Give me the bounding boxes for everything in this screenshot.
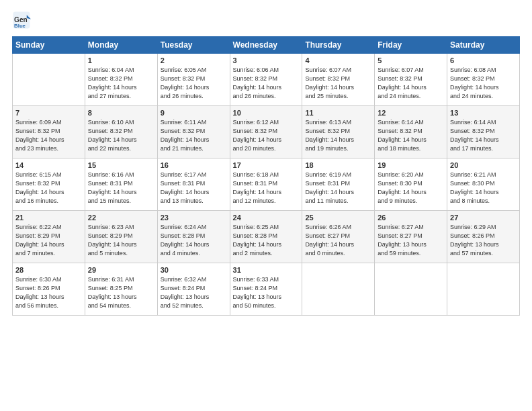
day-info: Sunrise: 6:10 AM Sunset: 8:32 PM Dayligh…: [88, 118, 154, 153]
day-cell: 7Sunrise: 6:09 AM Sunset: 8:32 PM Daylig…: [13, 106, 85, 158]
day-number: 19: [378, 161, 444, 169]
day-info: Sunrise: 6:18 AM Sunset: 8:31 PM Dayligh…: [233, 171, 300, 205]
day-cell: 6Sunrise: 6:08 AM Sunset: 8:32 PM Daylig…: [447, 54, 520, 106]
day-info: Sunrise: 6:11 AM Sunset: 8:32 PM Dayligh…: [161, 118, 227, 153]
day-info: Sunrise: 6:05 AM Sunset: 8:32 PM Dayligh…: [161, 66, 227, 101]
day-info: Sunrise: 6:20 AM Sunset: 8:30 PM Dayligh…: [378, 171, 444, 205]
week-row-4: 21Sunrise: 6:22 AM Sunset: 8:29 PM Dayli…: [13, 211, 520, 263]
day-number: 20: [450, 161, 517, 169]
day-number: 26: [378, 214, 444, 222]
logo: Gen Blue: [12, 11, 34, 30]
day-info: Sunrise: 6:08 AM Sunset: 8:32 PM Dayligh…: [450, 66, 517, 101]
day-number: 27: [450, 214, 517, 222]
day-number: 13: [450, 109, 517, 117]
day-cell: 23Sunrise: 6:24 AM Sunset: 8:28 PM Dayli…: [157, 211, 230, 263]
day-cell: [302, 263, 375, 316]
calendar-table: SundayMondayTuesdayWednesdayThursdayFrid…: [12, 36, 520, 316]
day-cell: [13, 54, 85, 106]
day-cell: [447, 263, 520, 316]
day-info: Sunrise: 6:14 AM Sunset: 8:32 PM Dayligh…: [450, 118, 517, 153]
day-info: Sunrise: 6:19 AM Sunset: 8:31 PM Dayligh…: [305, 171, 371, 205]
day-info: Sunrise: 6:24 AM Sunset: 8:28 PM Dayligh…: [161, 223, 227, 258]
day-number: 14: [15, 161, 82, 169]
col-header-wednesday: Wednesday: [230, 37, 302, 54]
col-header-saturday: Saturday: [447, 37, 520, 54]
day-cell: 15Sunrise: 6:16 AM Sunset: 8:31 PM Dayli…: [85, 158, 157, 211]
day-number: 11: [305, 109, 371, 117]
day-number: 30: [161, 266, 227, 274]
day-number: 1: [88, 56, 154, 64]
day-info: Sunrise: 6:17 AM Sunset: 8:31 PM Dayligh…: [161, 171, 227, 205]
day-info: Sunrise: 6:04 AM Sunset: 8:32 PM Dayligh…: [88, 66, 154, 101]
day-info: Sunrise: 6:21 AM Sunset: 8:30 PM Dayligh…: [450, 171, 517, 205]
day-cell: 29Sunrise: 6:31 AM Sunset: 8:25 PM Dayli…: [85, 263, 157, 316]
day-number: 4: [305, 56, 371, 64]
day-info: Sunrise: 6:09 AM Sunset: 8:32 PM Dayligh…: [15, 118, 82, 153]
week-row-2: 7Sunrise: 6:09 AM Sunset: 8:32 PM Daylig…: [13, 106, 520, 158]
day-cell: 14Sunrise: 6:15 AM Sunset: 8:32 PM Dayli…: [13, 158, 85, 211]
day-number: 17: [233, 161, 300, 169]
day-number: 9: [161, 109, 227, 117]
col-header-sunday: Sunday: [13, 37, 85, 54]
day-info: Sunrise: 6:26 AM Sunset: 8:27 PM Dayligh…: [305, 223, 371, 258]
day-number: 23: [161, 214, 227, 222]
day-cell: 3Sunrise: 6:06 AM Sunset: 8:32 PM Daylig…: [230, 54, 302, 106]
day-number: 21: [15, 214, 82, 222]
week-row-5: 28Sunrise: 6:30 AM Sunset: 8:26 PM Dayli…: [13, 263, 520, 316]
day-number: 24: [233, 214, 300, 222]
day-number: 2: [161, 56, 227, 64]
day-info: Sunrise: 6:07 AM Sunset: 8:32 PM Dayligh…: [305, 66, 371, 101]
day-info: Sunrise: 6:22 AM Sunset: 8:29 PM Dayligh…: [15, 223, 82, 258]
day-cell: 20Sunrise: 6:21 AM Sunset: 8:30 PM Dayli…: [447, 158, 520, 211]
day-cell: 21Sunrise: 6:22 AM Sunset: 8:29 PM Dayli…: [13, 211, 85, 263]
day-number: 5: [378, 56, 444, 64]
day-cell: 16Sunrise: 6:17 AM Sunset: 8:31 PM Dayli…: [157, 158, 230, 211]
day-info: Sunrise: 6:31 AM Sunset: 8:25 PM Dayligh…: [88, 275, 154, 310]
day-number: 6: [450, 56, 517, 64]
day-cell: 9Sunrise: 6:11 AM Sunset: 8:32 PM Daylig…: [157, 106, 230, 158]
day-number: 10: [233, 109, 300, 117]
day-info: Sunrise: 6:15 AM Sunset: 8:32 PM Dayligh…: [15, 171, 82, 205]
day-cell: 26Sunrise: 6:27 AM Sunset: 8:27 PM Dayli…: [375, 211, 447, 263]
day-cell: 8Sunrise: 6:10 AM Sunset: 8:32 PM Daylig…: [85, 106, 157, 158]
day-number: 7: [15, 109, 82, 117]
day-number: 16: [161, 161, 227, 169]
day-cell: 17Sunrise: 6:18 AM Sunset: 8:31 PM Dayli…: [230, 158, 302, 211]
day-number: 15: [88, 161, 154, 169]
day-cell: 11Sunrise: 6:13 AM Sunset: 8:32 PM Dayli…: [302, 106, 375, 158]
header: Gen Blue: [12, 11, 520, 30]
col-header-monday: Monday: [85, 37, 157, 54]
day-info: Sunrise: 6:27 AM Sunset: 8:27 PM Dayligh…: [378, 223, 444, 258]
logo-icon: Gen Blue: [12, 11, 31, 30]
day-cell: 27Sunrise: 6:29 AM Sunset: 8:26 PM Dayli…: [447, 211, 520, 263]
day-number: 22: [88, 214, 154, 222]
day-cell: 18Sunrise: 6:19 AM Sunset: 8:31 PM Dayli…: [302, 158, 375, 211]
day-cell: 5Sunrise: 6:07 AM Sunset: 8:32 PM Daylig…: [375, 54, 447, 106]
week-row-3: 14Sunrise: 6:15 AM Sunset: 8:32 PM Dayli…: [13, 158, 520, 211]
day-info: Sunrise: 6:29 AM Sunset: 8:26 PM Dayligh…: [450, 223, 517, 258]
day-number: 3: [233, 56, 300, 64]
day-cell: 31Sunrise: 6:33 AM Sunset: 8:24 PM Dayli…: [230, 263, 302, 316]
day-number: 29: [88, 266, 154, 274]
day-cell: 22Sunrise: 6:23 AM Sunset: 8:29 PM Dayli…: [85, 211, 157, 263]
day-cell: 1Sunrise: 6:04 AM Sunset: 8:32 PM Daylig…: [85, 54, 157, 106]
day-cell: 24Sunrise: 6:25 AM Sunset: 8:28 PM Dayli…: [230, 211, 302, 263]
day-cell: 25Sunrise: 6:26 AM Sunset: 8:27 PM Dayli…: [302, 211, 375, 263]
day-info: Sunrise: 6:06 AM Sunset: 8:32 PM Dayligh…: [233, 66, 300, 101]
col-header-thursday: Thursday: [302, 37, 375, 54]
day-info: Sunrise: 6:33 AM Sunset: 8:24 PM Dayligh…: [233, 275, 300, 310]
day-cell: 4Sunrise: 6:07 AM Sunset: 8:32 PM Daylig…: [302, 54, 375, 106]
day-number: 25: [305, 214, 371, 222]
day-number: 31: [233, 266, 300, 274]
day-cell: 19Sunrise: 6:20 AM Sunset: 8:30 PM Dayli…: [375, 158, 447, 211]
col-header-friday: Friday: [375, 37, 447, 54]
week-row-1: 1Sunrise: 6:04 AM Sunset: 8:32 PM Daylig…: [13, 54, 520, 106]
day-cell: 30Sunrise: 6:32 AM Sunset: 8:24 PM Dayli…: [157, 263, 230, 316]
day-info: Sunrise: 6:23 AM Sunset: 8:29 PM Dayligh…: [88, 223, 154, 258]
page: Gen Blue SundayMondayTuesdayWednesdayThu…: [0, 0, 532, 322]
day-info: Sunrise: 6:32 AM Sunset: 8:24 PM Dayligh…: [161, 275, 227, 310]
svg-text:Blue: Blue: [14, 23, 26, 29]
day-cell: [375, 263, 447, 316]
day-number: 12: [378, 109, 444, 117]
day-info: Sunrise: 6:16 AM Sunset: 8:31 PM Dayligh…: [88, 171, 154, 205]
